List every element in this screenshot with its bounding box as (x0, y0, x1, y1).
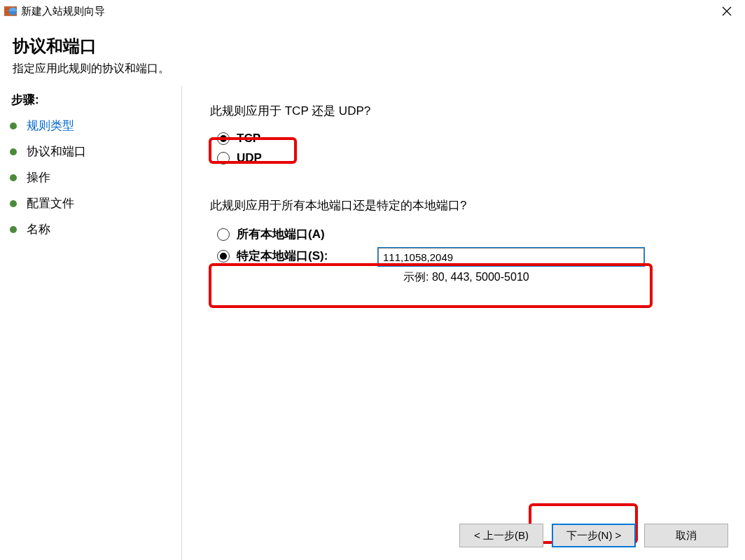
wizard-footer: < 上一步(B) 下一步(N) > 取消 (459, 524, 728, 547)
bullet-icon (10, 174, 17, 181)
step-label: 名称 (27, 221, 50, 237)
bullet-icon (10, 122, 17, 130)
radio-all-ports[interactable]: 所有本地端口(A) (210, 226, 717, 242)
wizard-body: 步骤: 规则类型 协议和端口 操作 配置文件 名称 此规则应用于 TCP 还是 … (0, 86, 745, 560)
close-button[interactable] (713, 1, 741, 21)
radio-specific-ports[interactable]: 特定本地端口(S): (217, 248, 378, 264)
firewall-icon (4, 5, 17, 18)
step-item-protocol-port[interactable]: 协议和端口 (10, 144, 172, 160)
radio-udp[interactable]: UDP (210, 151, 717, 165)
wizard-header: 协议和端口 指定应用此规则的协议和端口。 (0, 22, 745, 86)
radio-label: 特定本地端口(S): (237, 248, 328, 264)
close-icon (722, 6, 732, 16)
radio-tcp[interactable]: TCP (210, 132, 717, 146)
back-button[interactable]: < 上一步(B) (459, 524, 543, 547)
button-label: < 上一步(B) (474, 529, 529, 542)
step-item-profile[interactable]: 配置文件 (10, 195, 172, 211)
page-title: 协议和端口 (13, 35, 745, 57)
button-label: 下一步(N) > (566, 529, 622, 542)
step-label: 配置文件 (27, 195, 74, 211)
step-item-rule-type[interactable]: 规则类型 (10, 118, 172, 134)
bullet-icon (10, 200, 17, 207)
radio-icon (217, 228, 230, 241)
page-subtitle: 指定应用此规则的协议和端口。 (13, 62, 745, 76)
radio-label: TCP (237, 132, 260, 146)
step-item-name[interactable]: 名称 (10, 221, 172, 237)
port-question: 此规则应用于所有本地端口还是特定的本地端口? (210, 197, 717, 214)
step-label: 操作 (27, 169, 50, 186)
radio-icon (217, 152, 230, 164)
cancel-button[interactable]: 取消 (644, 524, 728, 547)
protocol-question: 此规则应用于 TCP 还是 UDP? (210, 103, 717, 119)
radio-label: UDP (237, 151, 262, 165)
radio-icon (217, 132, 230, 145)
next-button[interactable]: 下一步(N) > (552, 524, 636, 547)
step-label: 规则类型 (27, 118, 74, 134)
bullet-icon (10, 226, 17, 233)
radio-icon (217, 250, 230, 262)
step-item-action[interactable]: 操作 (10, 169, 172, 186)
titlebar: 新建入站规则向导 (0, 0, 745, 22)
radio-label: 所有本地端口(A) (237, 226, 325, 242)
ports-input[interactable] (378, 248, 644, 266)
window-title: 新建入站规则向导 (21, 5, 713, 18)
bullet-icon (10, 148, 17, 155)
step-list: 规则类型 协议和端口 操作 配置文件 名称 (10, 118, 172, 237)
ports-example: 示例: 80, 443, 5000-5010 (210, 270, 717, 285)
steps-heading: 步骤: (10, 92, 172, 108)
step-label: 协议和端口 (27, 144, 86, 160)
wizard-window: 新建入站规则向导 协议和端口 指定应用此规则的协议和端口。 步骤: 规则类型 协… (0, 0, 745, 560)
main-panel: 此规则应用于 TCP 还是 UDP? TCP UDP 此规则应用于所有本地端口还… (182, 86, 745, 560)
button-label: 取消 (676, 529, 697, 542)
steps-sidebar: 步骤: 规则类型 协议和端口 操作 配置文件 名称 (0, 86, 182, 560)
